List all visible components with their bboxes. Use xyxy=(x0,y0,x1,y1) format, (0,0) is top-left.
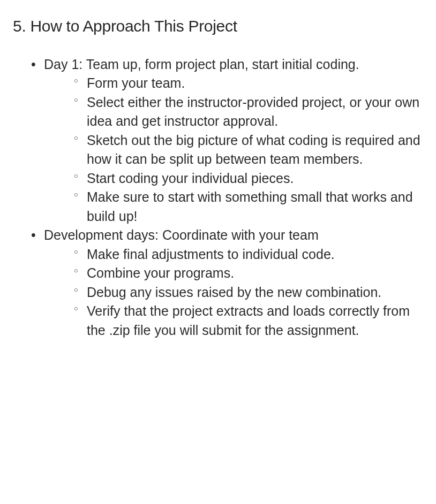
list-item: Form your team. xyxy=(87,74,423,93)
list-item: Make final adjustments to individual cod… xyxy=(87,245,423,264)
list-item: Start coding your individual pieces. xyxy=(87,169,423,188)
list-item: Development days: Coordinate with your t… xyxy=(44,226,423,340)
list-item: Make sure to start with something small … xyxy=(87,188,423,226)
outer-list: Day 1: Team up, form project plan, start… xyxy=(13,55,423,340)
list-item: Combine your programs. xyxy=(87,264,423,283)
inner-list: Form your team. Select either the instru… xyxy=(44,74,423,226)
section-heading: 5. How to Approach This Project xyxy=(13,15,423,38)
list-item-title: Day 1: Team up, form project plan, start… xyxy=(44,57,359,72)
list-item: Select either the instructor-provided pr… xyxy=(87,93,423,131)
list-item: Day 1: Team up, form project plan, start… xyxy=(44,55,423,226)
list-item: Verify that the project extracts and loa… xyxy=(87,302,423,340)
inner-list: Make final adjustments to individual cod… xyxy=(44,245,423,340)
list-item-title: Development days: Coordinate with your t… xyxy=(44,227,319,242)
list-item: Debug any issues raised by the new combi… xyxy=(87,283,423,302)
list-item: Sketch out the big picture of what codin… xyxy=(87,131,423,169)
